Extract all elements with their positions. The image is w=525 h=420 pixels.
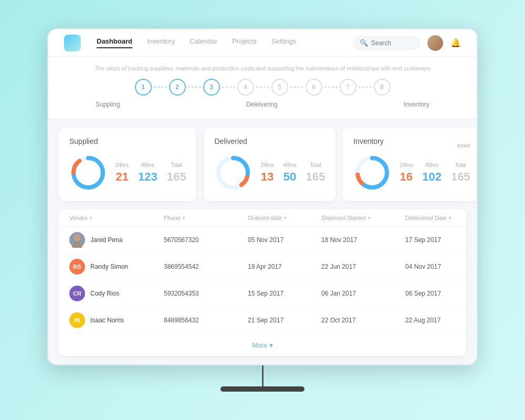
step-dash-3-4 — [220, 86, 237, 88]
phone-cody: 5932054353 — [164, 290, 248, 297]
search-input[interactable] — [371, 39, 413, 47]
table-row: RS Randy Simon 3869554542 19 Apr 2017 22… — [59, 254, 466, 280]
search-icon: 🔍 — [360, 39, 368, 47]
step-3[interactable]: 3 — [203, 79, 220, 96]
monitor-stand — [262, 365, 264, 386]
step-7[interactable]: 7 — [340, 79, 356, 96]
card-delivered: Deliveried 24hrs 13 — [204, 128, 335, 201]
nav-bar: Dashboard Inventory Calendar Projects Se… — [48, 29, 477, 57]
card-supplied: Supplied 24hrs 21 — [59, 128, 196, 201]
donut-supplied — [69, 154, 107, 192]
donut-inventory — [353, 154, 391, 192]
monitor-base — [220, 386, 304, 392]
card-inventory-title: Inventory — [353, 137, 384, 145]
phone-jared: 5670567320 — [164, 236, 248, 244]
shipment-sort-icon[interactable]: ▾ — [368, 215, 371, 220]
vendor-avatar-jared — [69, 232, 85, 248]
step-label-delivering: Deleivering — [246, 101, 278, 108]
donut-delivered — [214, 154, 252, 192]
stepper-labels: Suppling Deleivering Inventory — [64, 101, 461, 108]
more-button[interactable]: More ▾ — [252, 341, 274, 349]
monitor-wrapper: Dashboard Inventory Calendar Projects Se… — [47, 28, 478, 392]
nav-inventory[interactable]: Inventory — [147, 37, 175, 48]
vendor-avatar-isaac: IN — [69, 312, 85, 328]
vendor-name-isaac: Isaac Norris — [90, 317, 124, 324]
card-delivered-title: Deliveried — [214, 137, 325, 145]
vendor-name-jared: Jared Pena — [90, 236, 122, 244]
app-logo — [64, 35, 81, 51]
card-inventory-header: Inventory more — [353, 137, 470, 154]
svg-point-10 — [72, 242, 82, 248]
step-label-suppling: Suppling — [96, 101, 120, 108]
step-1[interactable]: 1 — [135, 79, 152, 96]
nav-links: Dashboard Inventory Calendar Projects Se… — [97, 37, 353, 48]
shipment-cody: 06 Jan 2017 — [321, 290, 405, 297]
vendor-cell-randy: RS Randy Simon — [69, 259, 164, 275]
vendor-sort-icon[interactable]: ▾ — [90, 215, 92, 220]
step-label-inventory: Inventory — [404, 101, 429, 108]
nav-right: 🔍 🔔 — [353, 35, 461, 51]
more-chevron-icon: ▾ — [269, 341, 273, 349]
ordered-jared: 05 Nov 2017 — [248, 236, 321, 244]
table-row: CR Cody Rios 5932054353 15 Sep 2017 06 J… — [59, 280, 466, 307]
svg-point-9 — [74, 234, 81, 242]
step-8[interactable]: 8 — [374, 79, 391, 96]
card-inventory-content: 24hrs 16 48hrs 102 Total 165 — [353, 154, 470, 192]
ordered-randy: 19 Apr 2017 — [248, 263, 321, 270]
table-header: Vendor ▾ Phone ▾ Ordered date ▾ Shipment… — [59, 209, 466, 227]
th-ordered: Ordered date ▾ — [248, 215, 321, 221]
step-dash-2-3 — [186, 86, 203, 88]
shipment-randy: 22 Jun 2017 — [321, 263, 405, 270]
delivered-randy: 04 Nov 2017 — [405, 263, 466, 270]
card-supplied-stats: 24hrs 21 48hrs 123 Total 165 — [116, 162, 186, 184]
monitor: Dashboard Inventory Calendar Projects Se… — [47, 28, 478, 365]
step-dash-4-5 — [254, 86, 271, 88]
more-row: More ▾ — [59, 334, 466, 356]
card-delivered-stats: 24hrs 13 48hrs 50 Total 165 — [260, 162, 325, 184]
step-4[interactable]: 4 — [237, 79, 254, 96]
table-section: Vendor ▾ Phone ▾ Ordered date ▾ Shipment… — [48, 209, 477, 364]
nav-calendar[interactable]: Calendar — [190, 37, 217, 48]
ordered-cody: 15 Sep 2017 — [248, 290, 321, 297]
card-inventory: Inventory more — [343, 128, 478, 201]
card-supplied-title: Supplied — [69, 137, 186, 145]
delivered-jared: 17 Sep 2017 — [405, 236, 466, 244]
stepper-section: The steps of tracking suppliers, materia… — [48, 57, 477, 119]
delivered-cody: 06 Sep 2017 — [405, 290, 466, 297]
vendor-cell-jared: Jared Pena — [69, 232, 164, 248]
nav-dashboard[interactable]: Dashboard — [97, 37, 132, 48]
th-vendor: Vendor ▾ — [69, 215, 164, 221]
cards-section: Supplied 24hrs 21 — [48, 119, 477, 209]
stat-total-supplied: Total 165 — [167, 162, 186, 184]
step-2[interactable]: 2 — [169, 79, 186, 96]
vendor-avatar-randy: RS — [69, 259, 85, 275]
bell-icon[interactable]: 🔔 — [450, 38, 461, 48]
vendor-name-randy: Randy Simon — [90, 263, 128, 270]
phone-randy: 3869554542 — [164, 263, 248, 270]
card-delivered-content: 24hrs 13 48hrs 50 Total 165 — [214, 154, 325, 192]
ordered-sort-icon[interactable]: ▾ — [284, 215, 287, 220]
vendor-table: Vendor ▾ Phone ▾ Ordered date ▾ Shipment… — [59, 209, 466, 356]
nav-settings[interactable]: Settings — [271, 37, 296, 48]
step-5[interactable]: 5 — [271, 79, 288, 96]
table-row: IN Isaac Norris 8489856432 21 Sep 2017 2… — [59, 307, 466, 334]
th-shipment: Shipment Started ▾ — [321, 215, 405, 221]
vendor-cell-isaac: IN Isaac Norris — [69, 312, 164, 328]
step-dash-5-6 — [288, 86, 306, 88]
step-dash-6-7 — [322, 86, 340, 88]
stat-24hrs-inventory: 24hrs 16 — [400, 162, 413, 184]
vendor-cell-cody: CR Cody Rios — [69, 286, 164, 301]
th-delivered: Deleivered Date ▾ — [405, 215, 466, 221]
phone-sort-icon[interactable]: ▾ — [183, 215, 185, 220]
search-box: 🔍 — [353, 36, 420, 49]
th-phone: Phone ▾ — [164, 215, 248, 221]
inventory-more-link[interactable]: more — [457, 142, 470, 149]
avatar[interactable] — [427, 35, 443, 51]
more-label: More — [252, 341, 268, 349]
card-supplied-content: 24hrs 21 48hrs 123 Total 165 — [69, 154, 186, 192]
nav-projects[interactable]: Projects — [232, 37, 257, 48]
shipment-jared: 18 Nov 2017 — [321, 236, 405, 244]
stat-48hrs-inventory: 48hrs 102 — [422, 162, 442, 184]
delivered-sort-icon[interactable]: ▾ — [449, 215, 452, 220]
step-6[interactable]: 6 — [306, 79, 322, 96]
